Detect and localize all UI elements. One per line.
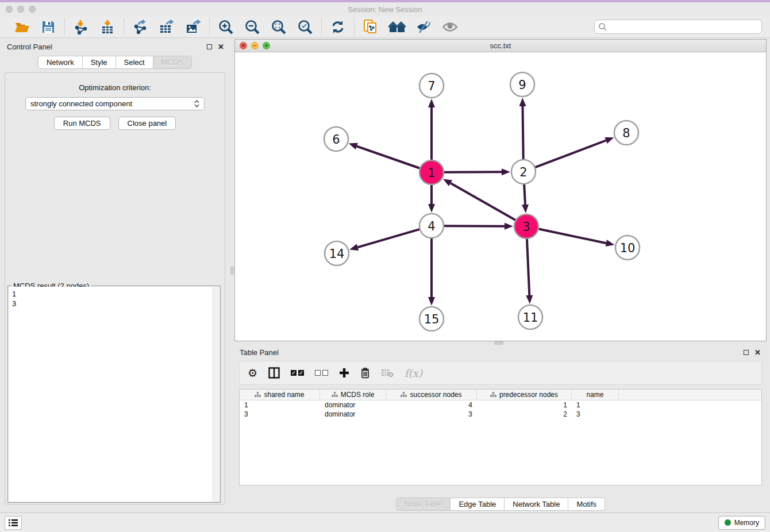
node-table[interactable]: shared nameMCDS rolesuccessor nodesprede… [239,389,762,485]
select-all-columns-icon[interactable]: ✓✓ [291,370,304,376]
control-panel: Control Panel ✕ NetworkStyleSelectMCDS O… [0,38,230,512]
column-type-icon [332,392,338,398]
edge-3-1[interactable] [451,183,515,220]
horizontal-splitter[interactable] [234,341,767,346]
close-panel-icon[interactable]: ✕ [218,43,224,51]
close-panel-icon[interactable]: ✕ [754,349,761,356]
vertical-splitter[interactable] [230,38,234,512]
column-header-label: name [586,391,603,399]
export-network-icon[interactable] [132,18,149,36]
run-mcds-button[interactable]: Run MCDS [54,117,110,130]
network-graph[interactable]: 1234678910111415 [235,52,766,341]
column-header-label: MCDS role [341,391,375,399]
app-titlebar: Session: New Session [0,2,770,16]
network-overview-icon[interactable] [388,18,406,36]
criterion-select[interactable]: strongly connected component [25,97,205,110]
tab-motifs[interactable]: Motifs [568,498,605,511]
table-panel-tabs: Node TableEdge TableNetwork TableMotifs [234,498,767,511]
node-label-1: 1 [428,166,435,180]
save-session-icon[interactable] [40,18,57,36]
table-row[interactable]: 1dominator411 [240,400,761,410]
search-field[interactable] [594,20,762,34]
node-label-10: 10 [620,241,636,255]
tab-network-table[interactable]: Network Table [504,498,568,511]
function-builder-icon[interactable]: f(x) [405,367,422,379]
refresh-view-icon[interactable] [329,18,346,36]
cell-MCDS-role: dominator [320,400,386,410]
edge-3-11[interactable] [527,239,529,295]
cell-name: 1 [572,400,619,410]
result-item[interactable]: 3 [12,299,209,309]
edge-1-6[interactable] [357,147,419,168]
cell-shared-name: 3 [240,410,320,419]
node-label-11: 11 [523,311,538,325]
hide-graphics-details-icon[interactable] [415,18,432,36]
column-layout-icon[interactable] [268,367,280,379]
node-label-15: 15 [424,313,440,326]
zoom-in-icon[interactable] [217,18,234,36]
column-header-MCDS-role[interactable]: MCDS role [320,390,386,400]
float-panel-icon[interactable] [744,350,749,355]
zoom-selected-icon[interactable] [297,18,314,36]
tab-style[interactable]: Style [82,56,116,69]
deselect-all-columns-icon[interactable] [315,370,328,376]
delete-table-icon[interactable] [381,369,394,377]
tab-network[interactable]: Network [38,56,82,69]
tab-edge-table[interactable]: Edge Table [450,498,504,511]
column-header-successor-nodes[interactable]: successor nodes [386,390,477,400]
table-options-gear-icon[interactable]: ⚙ [248,367,257,379]
open-session-from-file-icon[interactable] [362,18,379,36]
edge-2-9[interactable] [523,106,523,159]
zoom-fit-icon[interactable] [270,18,287,36]
column-type-icon [490,392,496,398]
table-body: 1dominator4113dominator323 [240,400,761,419]
network-window-titlebar: ✕ − + scc.txt [235,40,766,52]
delete-columns-icon[interactable] [360,367,370,379]
edge-3-10[interactable] [539,229,606,244]
result-item[interactable]: 1 [12,289,209,299]
float-panel-icon[interactable] [207,44,212,49]
table-panel: Table Panel ✕ ⚙ ✓✓ [234,346,767,512]
network-close-button[interactable]: ✕ [240,42,247,49]
create-new-column-icon[interactable] [339,368,349,378]
column-header-label: shared name [264,391,304,399]
search-icon [598,22,607,32]
search-input[interactable] [607,23,761,31]
show-graphics-details-icon[interactable] [441,18,459,36]
column-header-shared-name[interactable]: shared name [240,390,320,400]
cell-name: 3 [572,410,619,419]
cell-MCDS-role: dominator [320,410,386,419]
control-panel-tabs: NetworkStyleSelectMCDS [0,56,230,69]
edge-1-2[interactable] [444,172,502,172]
cell-successor-nodes: 3 [386,410,477,419]
list-icon [8,519,18,527]
import-table-icon[interactable] [99,18,116,36]
zoom-out-icon[interactable] [244,18,261,36]
mcds-result-list[interactable]: 13 [9,287,213,502]
tab-select[interactable]: Select [116,56,153,69]
splitter-grip[interactable] [494,341,503,345]
tab-node-table[interactable]: Node Table [396,498,451,511]
edge-4-3[interactable] [444,226,505,226]
tab-mcds[interactable]: MCDS [153,56,192,69]
table-row[interactable]: 3dominator323 [240,410,761,419]
control-panel-title: Control Panel [7,43,52,51]
close-panel-button[interactable]: Close panel [118,117,176,130]
memory-button[interactable]: Memory [718,516,765,530]
edge-4-14[interactable] [357,229,419,247]
export-image-icon[interactable] [184,18,202,36]
edge-2-8[interactable] [536,140,606,167]
task-history-button[interactable] [5,516,22,530]
import-network-icon[interactable] [72,18,90,36]
result-scrollbar[interactable] [213,287,220,502]
criterion-value: strongly connected component [30,99,132,108]
edge-2-3[interactable] [524,184,525,205]
column-header-predecessor-nodes[interactable]: predecessor nodes [477,390,572,400]
node-label-14: 14 [329,247,345,261]
network-minimize-button[interactable]: − [251,42,259,49]
open-file-icon[interactable] [13,18,30,36]
splitter-grip[interactable] [230,267,234,275]
network-maximize-button[interactable]: + [263,42,270,49]
export-table-icon[interactable] [158,18,175,36]
column-header-name[interactable]: name [572,390,619,400]
